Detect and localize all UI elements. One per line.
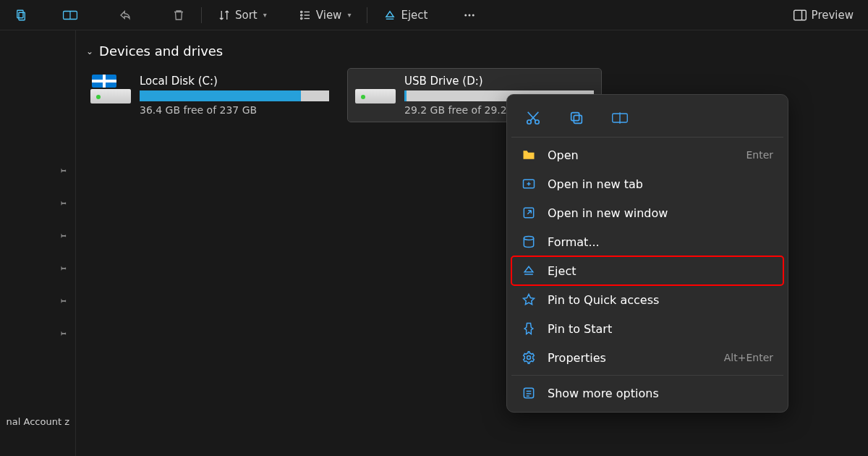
sidebar-pinned-item[interactable]	[0, 153, 75, 186]
sidebar-account-label[interactable]: nal Account z	[0, 408, 75, 456]
copy-path-button[interactable]	[56, 6, 84, 25]
toolbar-separator	[367, 7, 367, 23]
delete-button[interactable]	[166, 6, 191, 25]
context-menu-open-tab[interactable]: Open in new tab	[511, 169, 783, 198]
sort-label: Sort	[235, 9, 258, 22]
svg-rect-20	[571, 113, 579, 121]
pin-icon	[58, 328, 68, 338]
svg-point-8	[300, 17, 302, 19]
menu-label: Eject	[548, 264, 773, 278]
context-menu-pin-quick[interactable]: Pin to Quick access	[511, 285, 783, 314]
drive-title: USB Drive (D:)	[404, 75, 594, 88]
svg-point-6	[300, 14, 302, 15]
drive-title: Local Disk (C:)	[140, 75, 329, 88]
context-menu-pin-start[interactable]: Pin to Start	[511, 314, 783, 343]
svg-point-28	[524, 237, 533, 240]
eject-icon	[522, 263, 536, 278]
more-options-icon	[522, 386, 536, 400]
menu-label: Show more options	[548, 387, 773, 400]
menu-shortcut: Enter	[746, 149, 773, 161]
sidebar-pinned-item[interactable]	[0, 219, 75, 251]
menu-label: Pin to Start	[548, 322, 773, 336]
context-menu-format[interactable]: Format...	[511, 227, 783, 256]
menu-shortcut: Alt+Enter	[724, 352, 773, 363]
context-menu-open-window[interactable]: Open in new window	[511, 198, 783, 227]
svg-rect-14	[793, 10, 806, 20]
section-title: Devices and drives	[99, 43, 223, 59]
context-menu-properties[interactable]: Properties Alt+Enter	[511, 343, 783, 372]
folder-icon	[522, 148, 536, 162]
menu-label: Open in new window	[548, 206, 773, 220]
view-label: View	[316, 9, 342, 22]
pin-icon	[58, 295, 68, 305]
preview-label: Preview	[812, 9, 854, 22]
pin-icon	[58, 165, 68, 175]
new-tab-icon	[522, 177, 536, 191]
sort-dropdown[interactable]: Sort ▾	[212, 6, 273, 25]
sidebar-pinned-item[interactable]	[0, 284, 75, 316]
svg-point-30	[527, 356, 531, 360]
preview-toggle[interactable]: Preview	[787, 6, 859, 25]
menu-label: Format...	[548, 235, 773, 249]
rename-icon[interactable]	[608, 106, 631, 130]
context-menu-separator	[511, 137, 783, 138]
drive-usage-bar	[140, 90, 329, 101]
drive-item-local-c[interactable]: Local Disk (C:) 36.4 GB free of 237 GB	[83, 69, 336, 122]
properties-icon	[522, 350, 536, 365]
copy-icon[interactable]	[565, 106, 588, 130]
drive-icon-usb	[355, 75, 396, 104]
menu-label: Pin to Quick access	[548, 293, 773, 307]
cut-icon[interactable]	[522, 106, 545, 130]
view-dropdown[interactable]: View ▾	[293, 6, 357, 25]
new-item-button[interactable]	[9, 6, 33, 25]
svg-point-4	[300, 11, 302, 12]
chevron-down-icon: ▾	[347, 11, 351, 19]
new-window-icon	[522, 206, 536, 220]
drive-subtitle: 36.4 GB free of 237 GB	[140, 104, 329, 116]
context-menu-more-options[interactable]: Show more options	[511, 379, 783, 408]
context-menu-icon-row	[511, 99, 783, 134]
context-menu-separator	[511, 375, 783, 376]
svg-point-13	[472, 14, 475, 16]
sidebar-pinned-item[interactable]	[0, 186, 75, 219]
share-button[interactable]	[113, 6, 137, 25]
format-icon	[522, 235, 536, 249]
more-button[interactable]	[456, 6, 482, 25]
pin-start-icon	[522, 321, 536, 336]
pin-icon	[522, 292, 536, 307]
sidebar-pinned-item[interactable]	[0, 251, 75, 284]
toolbar: Sort ▾ View ▾ Eject Preview	[0, 0, 868, 30]
section-header-devices[interactable]: ⌄ Devices and drives	[86, 43, 861, 59]
eject-label: Eject	[401, 9, 427, 22]
chevron-down-icon: ▾	[263, 11, 267, 19]
pin-icon	[58, 263, 68, 273]
context-menu-open[interactable]: Open Enter	[511, 140, 783, 169]
pin-icon	[58, 230, 68, 240]
svg-rect-1	[19, 12, 25, 20]
sidebar: nal Account z	[0, 30, 76, 456]
toolbar-separator	[201, 7, 202, 23]
pin-icon	[58, 198, 68, 208]
svg-point-12	[469, 14, 471, 16]
eject-button[interactable]: Eject	[378, 6, 433, 25]
menu-label: Open in new tab	[548, 177, 773, 191]
sidebar-pinned-item[interactable]	[0, 316, 75, 349]
menu-label: Properties	[548, 351, 712, 365]
context-menu-eject[interactable]: Eject	[511, 256, 783, 285]
svg-rect-0	[17, 10, 23, 18]
svg-rect-21	[574, 115, 582, 123]
chevron-down-icon: ⌄	[86, 46, 93, 56]
svg-point-11	[465, 14, 467, 16]
context-menu: Open Enter Open in new tab Open in new w…	[506, 94, 788, 413]
drive-icon-local	[90, 75, 131, 104]
menu-label: Open	[548, 148, 734, 162]
